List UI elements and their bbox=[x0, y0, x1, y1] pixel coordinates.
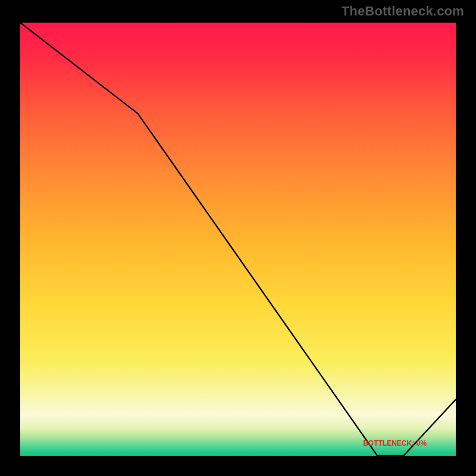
chart-svg bbox=[20, 23, 456, 456]
bottleneck-zero-label: BOTTLENECK: 0% bbox=[363, 439, 427, 447]
watermark-text: TheBottleneck.com bbox=[342, 4, 464, 19]
gradient-background bbox=[20, 23, 456, 456]
plot-area: BOTTLENECK: 0% bbox=[20, 23, 456, 456]
chart-frame: TheBottleneck.com BOTTLENECK: 0% bbox=[0, 0, 476, 476]
